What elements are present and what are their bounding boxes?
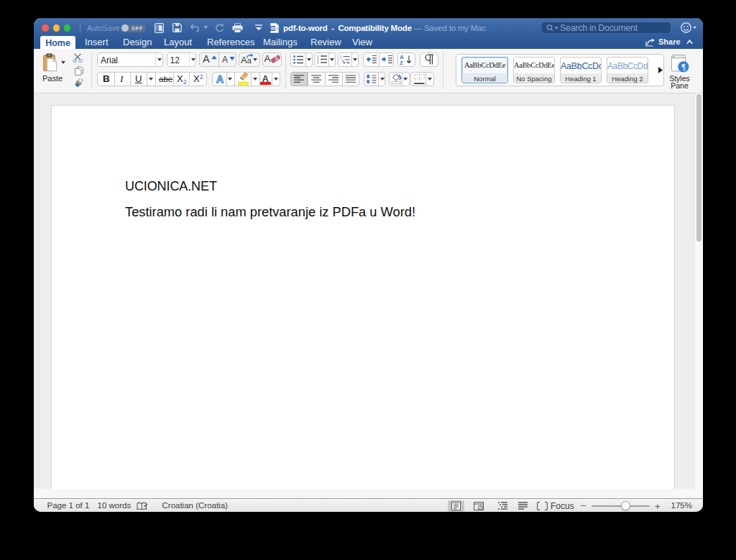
svg-text:¶: ¶ xyxy=(681,63,686,71)
svg-text:3: 3 xyxy=(317,62,319,65)
svg-text:W: W xyxy=(270,25,275,30)
svg-text:a: a xyxy=(342,59,344,63)
svg-text:Z: Z xyxy=(400,60,403,65)
